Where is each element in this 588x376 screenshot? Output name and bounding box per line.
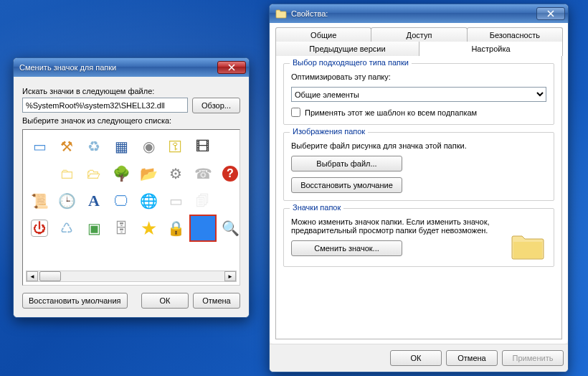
film-icon[interactable]: 🎞 [191, 134, 215, 159]
titlebar[interactable]: Сменить значок для папки [14, 58, 249, 77]
cd-drive-icon[interactable]: ◉ [136, 134, 161, 159]
globe-folder-icon[interactable]: 🌐 [136, 189, 161, 213]
tab-безопасность[interactable]: Безопасность [467, 27, 563, 42]
cancel-button[interactable]: Отмена [193, 293, 240, 309]
font-a-icon[interactable]: A [82, 189, 106, 213]
power-icon[interactable]: ⏻ [27, 216, 52, 240]
recycle-empty-icon[interactable]: ♺ [54, 216, 79, 240]
group-folder-icons: Значки папок Можно изменить значок папки… [283, 208, 554, 267]
change-icon-button[interactable]: Сменить значок... [291, 240, 402, 256]
help-icon[interactable]: ? [218, 161, 240, 186]
doc-icon[interactable]: 🗎 [27, 161, 52, 186]
tab-panel-customize: Выбор подходящего типа папки Оптимизиров… [275, 55, 562, 339]
apply-subfolders-input[interactable] [291, 108, 300, 117]
cert-icon[interactable]: 📜 [27, 189, 52, 213]
apply-subfolders-label: Применять этот же шаблон ко всем подпапк… [305, 108, 477, 117]
dialog-title: Свойства: [291, 9, 536, 18]
icon-slot-empty [218, 134, 240, 159]
change-icon-dialog: Сменить значок для папки Искать значки в… [13, 57, 250, 318]
group-title: Значки папок [290, 203, 343, 212]
restore-defaults-button[interactable]: Восстановить умолчания [22, 293, 128, 309]
server-icon[interactable]: 🗄 [109, 216, 133, 240]
group-title: Выбор подходящего типа папки [290, 58, 412, 67]
folder-open-icon[interactable]: 📂 [136, 161, 161, 186]
browse-button[interactable]: Обзор... [192, 98, 240, 113]
close-button[interactable] [217, 61, 246, 74]
choose-file-button[interactable]: Выбрать файл... [291, 156, 402, 171]
key-icon[interactable]: ⚿ [163, 134, 188, 159]
scroll-thumb[interactable] [39, 271, 61, 281]
clock-disk-icon[interactable]: 🕒 [54, 189, 79, 213]
chip-icon[interactable]: ▣ [82, 216, 106, 240]
icon-slot-empty [218, 189, 240, 213]
apply-subfolders-checkbox[interactable]: Применять этот же шаблон ко всем подпапк… [291, 108, 546, 117]
optimize-combobox[interactable]: Общие элементы [291, 87, 546, 102]
star-icon[interactable]: ★ [136, 216, 161, 240]
dialog-title: Сменить значок для папки [19, 63, 217, 72]
folder-icon [275, 8, 287, 19]
ok-button[interactable]: ОК [390, 350, 442, 366]
scroll-right-button[interactable]: ► [224, 271, 236, 281]
icon-path-input[interactable] [22, 98, 188, 113]
screen-icon[interactable]: ▭ [27, 134, 52, 159]
modem-icon[interactable]: ☎ [191, 161, 215, 186]
apply-button[interactable]: Применить [502, 350, 564, 366]
tab-доступ[interactable]: Доступ [371, 27, 467, 42]
horizontal-scrollbar[interactable]: ◄ ► [26, 271, 237, 282]
docs-stack-icon[interactable]: 🗐 [191, 189, 215, 213]
tab-предыдущие версии[interactable]: Предыдущие версии [275, 42, 419, 56]
drill-icon[interactable]: ⚒ [54, 134, 79, 159]
cancel-button[interactable]: Отмена [446, 350, 498, 366]
scroll-left-button[interactable]: ◄ [27, 271, 38, 281]
tree-icon[interactable]: 🌳 [109, 161, 133, 186]
rect-icon[interactable]: ▭ [163, 189, 188, 213]
restore-default-button[interactable]: Восстановить умолчание [291, 177, 402, 193]
group-title: Изображения папок [290, 127, 368, 136]
optimize-label: Оптимизировать эту папку: [291, 72, 546, 81]
search-icon[interactable]: 🔍 [218, 216, 240, 240]
folder-icon-preview [511, 232, 545, 260]
group-folder-type: Выбор подходящего типа папки Оптимизиров… [283, 63, 554, 125]
close-button[interactable] [536, 7, 565, 20]
pick-icon-label: Выберите значок из следующего списка: [22, 116, 240, 125]
icon-list[interactable]: ▭⚒♻▦◉⚿🎞🗎🗀🗁🌳📂⚙☎?📜🕒A🖵🌐▭🗐⏻♺▣🗄★🔒🔍 ◄ ► [22, 129, 240, 286]
blank-blue-icon[interactable] [191, 216, 215, 240]
search-file-label: Искать значки в следующем файле: [22, 87, 240, 95]
net-folder2-icon[interactable]: 🗁 [82, 161, 106, 186]
titlebar[interactable]: Свойства: [270, 4, 568, 23]
lock-icon[interactable]: 🔒 [163, 216, 188, 240]
folder-icon-desc: Можно изменить значок папки. Если измени… [291, 217, 490, 235]
ok-button[interactable]: ОК [141, 293, 189, 309]
folder-image-desc: Выберите файл рисунка для значка этой па… [291, 141, 546, 150]
recycle-full-icon[interactable]: ♻ [82, 134, 106, 159]
monitor-icon[interactable]: 🖵 [109, 189, 133, 213]
gear-small-icon[interactable]: ⚙ [163, 161, 188, 186]
tab-настройка[interactable]: Настройка [419, 42, 563, 56]
tab-общие[interactable]: Общие [275, 27, 371, 42]
appgroup-icon[interactable]: ▦ [109, 134, 133, 159]
group-folder-images: Изображения папок Выберите файл рисунка … [283, 132, 554, 201]
folder-properties-dialog: Свойства: ОбщиеДоступБезопасность Предыд… [269, 4, 569, 372]
net-folder-icon[interactable]: 🗀 [54, 161, 79, 186]
